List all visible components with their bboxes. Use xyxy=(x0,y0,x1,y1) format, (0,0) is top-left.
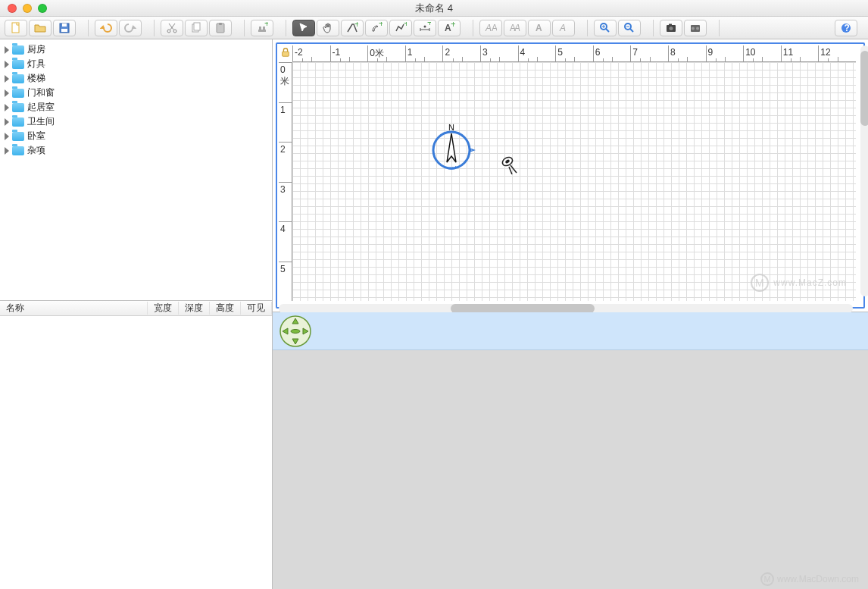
ruler-tick: 4 xyxy=(518,45,556,61)
disclosure-triangle-icon[interactable] xyxy=(5,75,9,83)
svg-text:+: + xyxy=(379,22,382,29)
svg-point-5 xyxy=(173,30,176,33)
furniture-catalog-tree[interactable]: 厨房 灯具 楼梯 门和窗 起居室 卫生间 卧室 杂项 xyxy=(0,39,272,301)
furniture-list-panel: 名称 宽度 深度 高度 可见 xyxy=(0,301,272,589)
ruler-tick: 12 xyxy=(818,45,856,61)
svg-text:+: + xyxy=(264,22,268,29)
ruler-tick: 7 xyxy=(630,45,668,61)
svg-text:A: A xyxy=(559,23,566,33)
svg-text:+: + xyxy=(451,22,455,30)
ruler-tick: -1 xyxy=(330,45,368,61)
increase-text-button[interactable]: AA xyxy=(479,20,502,36)
add-text-button[interactable]: A+ xyxy=(438,20,461,36)
ruler-tick: 0米 xyxy=(367,45,405,61)
catalog-item[interactable]: 起居室 xyxy=(0,100,272,114)
window-titlebar: 未命名 4 xyxy=(0,0,868,17)
open-file-button[interactable] xyxy=(29,20,52,36)
svg-text:+: + xyxy=(427,22,431,28)
horizontal-ruler: -2-10米123456789101112 xyxy=(292,45,856,62)
folder-icon xyxy=(12,74,24,83)
bold-button[interactable]: A xyxy=(528,20,551,36)
vertical-ruler: 0米12345 xyxy=(279,62,292,301)
create-walls-button[interactable]: + xyxy=(341,20,364,36)
svg-rect-7 xyxy=(194,23,200,30)
disclosure-triangle-icon[interactable] xyxy=(5,46,9,54)
catalog-item[interactable]: 楼梯 xyxy=(0,71,272,86)
create-video-button[interactable] xyxy=(684,20,707,36)
svg-text:?: ? xyxy=(845,23,850,33)
select-tool-button[interactable] xyxy=(292,20,315,36)
disclosure-triangle-icon[interactable] xyxy=(5,89,9,97)
decrease-text-button[interactable]: AA xyxy=(504,20,526,36)
main-toolbar: + + + + + A+ AA AA A A ? xyxy=(0,17,868,39)
compass-icon[interactable]: N xyxy=(427,123,476,171)
col-name[interactable]: 名称 xyxy=(0,302,148,315)
disclosure-triangle-icon[interactable] xyxy=(5,147,9,155)
disclosure-triangle-icon[interactable] xyxy=(5,118,9,126)
undo-button[interactable] xyxy=(95,20,117,36)
svg-rect-2 xyxy=(62,23,67,27)
ruler-tick: 8 xyxy=(668,45,706,61)
copy-button[interactable] xyxy=(185,20,208,36)
navigation-control-icon[interactable] xyxy=(279,315,312,348)
lock-icon[interactable] xyxy=(280,47,291,58)
furniture-list-body[interactable] xyxy=(0,316,272,589)
view-3d-panel[interactable]: M www.MacDown.com xyxy=(273,312,868,589)
folder-icon xyxy=(12,146,24,155)
svg-point-31 xyxy=(696,27,699,30)
svg-text:A: A xyxy=(514,23,520,33)
zoom-in-button[interactable] xyxy=(594,20,617,36)
catalog-item-label: 卫生间 xyxy=(27,115,55,128)
compass-north-label: N xyxy=(448,123,454,132)
paste-button[interactable] xyxy=(209,20,232,36)
svg-rect-3 xyxy=(61,29,67,32)
pan-tool-button[interactable] xyxy=(317,20,339,36)
catalog-item[interactable]: 卫生间 xyxy=(0,114,272,129)
plan-vertical-scrollbar[interactable] xyxy=(860,45,868,296)
cut-button[interactable] xyxy=(161,20,183,36)
add-furniture-button[interactable]: + xyxy=(251,20,273,36)
catalog-item[interactable]: 杂项 xyxy=(0,143,272,158)
observer-camera-icon[interactable] xyxy=(497,155,520,174)
create-room-button[interactable]: + xyxy=(365,20,388,36)
create-dimension-button[interactable]: + xyxy=(414,20,436,36)
col-depth[interactable]: 深度 xyxy=(179,302,210,315)
redo-button[interactable] xyxy=(119,20,142,36)
svg-text:A: A xyxy=(492,23,497,33)
save-file-button[interactable] xyxy=(53,20,76,36)
disclosure-triangle-icon[interactable] xyxy=(5,104,9,111)
folder-icon xyxy=(12,132,24,141)
col-width[interactable]: 宽度 xyxy=(148,302,179,315)
plan-grid[interactable]: N xyxy=(292,62,856,301)
create-polyline-button[interactable]: + xyxy=(389,20,412,36)
svg-point-4 xyxy=(167,30,170,33)
svg-rect-0 xyxy=(12,23,19,33)
new-file-button[interactable] xyxy=(5,20,27,36)
ruler-tick: -2 xyxy=(292,45,330,61)
col-visible[interactable]: 可见 xyxy=(241,302,272,315)
disclosure-triangle-icon[interactable] xyxy=(5,133,9,140)
folder-icon xyxy=(12,60,24,69)
folder-icon xyxy=(12,45,24,55)
zoom-out-button[interactable] xyxy=(618,20,641,36)
furniture-list-header[interactable]: 名称 宽度 深度 高度 可见 xyxy=(0,301,272,316)
svg-point-30 xyxy=(692,27,695,30)
svg-text:+: + xyxy=(404,22,407,29)
view-3d-toolbar xyxy=(273,312,868,350)
ruler-tick: 9 xyxy=(706,45,744,61)
ruler-tick: 0米 xyxy=(279,62,292,102)
catalog-item[interactable]: 卧室 xyxy=(0,129,272,143)
help-button[interactable]: ? xyxy=(835,20,857,36)
catalog-item[interactable]: 厨房 xyxy=(0,42,272,57)
catalog-item-label: 门和窗 xyxy=(27,86,55,99)
catalog-item-label: 杂项 xyxy=(27,144,45,157)
catalog-item[interactable]: 门和窗 xyxy=(0,86,272,100)
svg-point-39 xyxy=(291,329,300,333)
disclosure-triangle-icon[interactable] xyxy=(5,61,9,68)
catalog-item[interactable]: 灯具 xyxy=(0,57,272,71)
italic-button[interactable]: A xyxy=(552,20,575,36)
col-height[interactable]: 高度 xyxy=(210,302,241,315)
create-photo-button[interactable] xyxy=(660,20,682,36)
plan-view[interactable]: -2-10米123456789101112 0米12345 N xyxy=(273,39,868,312)
ruler-tick: 6 xyxy=(593,45,631,61)
